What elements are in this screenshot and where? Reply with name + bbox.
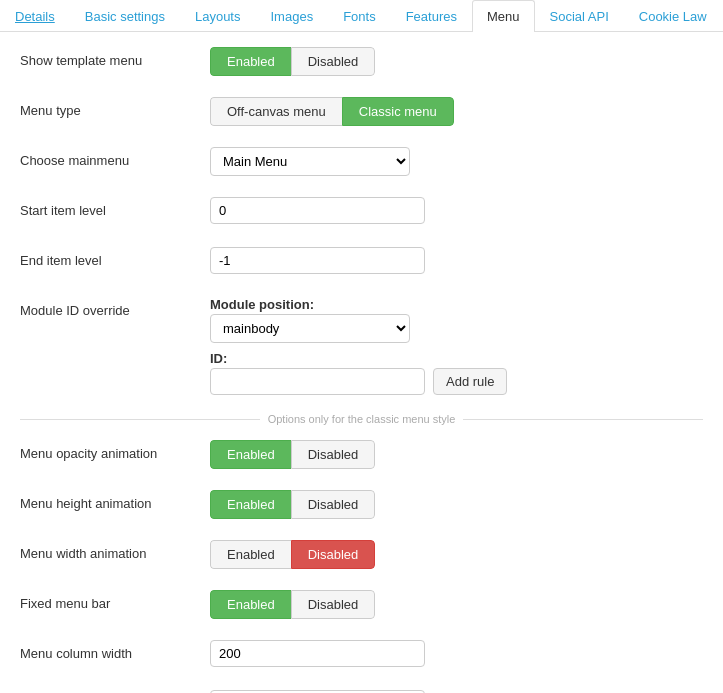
show-template-menu-toggle: Enabled Disabled — [210, 47, 375, 76]
menu-height-animation-label: Menu height animation — [20, 490, 210, 511]
tab-details[interactable]: Details — [0, 0, 70, 32]
tab-fonts[interactable]: Fonts — [328, 0, 391, 32]
choose-mainmenu-control: Main Menu Top Menu User Menu — [210, 147, 703, 176]
menu-type-control: Off-canvas menu Classic menu — [210, 97, 703, 126]
menu-height-disabled[interactable]: Disabled — [291, 490, 376, 519]
menu-height-enabled[interactable]: Enabled — [210, 490, 291, 519]
classic-section-divider: Options only for the classic menu style — [20, 413, 703, 425]
menu-type-classic[interactable]: Classic menu — [342, 97, 454, 126]
fixed-menu-bar-toggle: Enabled Disabled — [210, 590, 375, 619]
menu-type-label: Menu type — [20, 97, 210, 118]
menu-column-width-control — [210, 640, 703, 667]
divider-line-left — [20, 419, 260, 420]
menu-opacity-disabled[interactable]: Disabled — [291, 440, 376, 469]
show-template-menu-disabled[interactable]: Disabled — [291, 47, 376, 76]
end-item-level-row: End item level — [20, 247, 703, 279]
tab-social-api[interactable]: Social API — [535, 0, 624, 32]
menu-height-animation-toggle: Enabled Disabled — [210, 490, 375, 519]
menu-column-width-input[interactable] — [210, 640, 425, 667]
tab-menu[interactable]: Menu — [472, 0, 535, 32]
menu-opacity-animation-control: Enabled Disabled — [210, 440, 703, 469]
choose-mainmenu-row: Choose mainmenu Main Menu Top Menu User … — [20, 147, 703, 179]
module-position-label: Module position: — [210, 297, 507, 312]
choose-mainmenu-label: Choose mainmenu — [20, 147, 210, 168]
fixed-menu-bar-label: Fixed menu bar — [20, 590, 210, 611]
tab-cookie-law[interactable]: Cookie Law — [624, 0, 722, 32]
menu-width-animation-row: Menu width animation Enabled Disabled — [20, 540, 703, 572]
show-template-menu-row: Show template menu Enabled Disabled — [20, 47, 703, 79]
tab-basic-settings[interactable]: Basic settings — [70, 0, 180, 32]
module-position-select[interactable]: mainbody sidebar footer — [210, 314, 410, 343]
start-item-level-row: Start item level — [20, 197, 703, 229]
fixed-menu-bar-control: Enabled Disabled — [210, 590, 703, 619]
end-item-level-label: End item level — [20, 247, 210, 268]
tab-images[interactable]: Images — [256, 0, 329, 32]
menu-height-animation-control: Enabled Disabled — [210, 490, 703, 519]
add-rule-button[interactable]: Add rule — [433, 368, 507, 395]
menu-width-animation-toggle: Enabled Disabled — [210, 540, 375, 569]
divider-line-right — [463, 419, 703, 420]
menu-settings-content: Show template menu Enabled Disabled Menu… — [0, 32, 723, 693]
module-id-block: Module position: mainbody sidebar footer… — [210, 297, 507, 395]
menu-height-animation-row: Menu height animation Enabled Disabled — [20, 490, 703, 522]
id-label: ID: — [210, 351, 507, 366]
start-item-level-label: Start item level — [20, 197, 210, 218]
menu-width-enabled[interactable]: Enabled — [210, 540, 291, 569]
menu-type-toggle: Off-canvas menu Classic menu — [210, 97, 454, 126]
tab-features[interactable]: Features — [391, 0, 472, 32]
menu-column-width-row: Menu column width — [20, 640, 703, 672]
menu-width-animation-label: Menu width animation — [20, 540, 210, 561]
menu-opacity-animation-label: Menu opacity animation — [20, 440, 210, 461]
module-id-override-label: Module ID override — [20, 297, 210, 318]
end-item-level-input[interactable] — [210, 247, 425, 274]
id-input[interactable] — [210, 368, 425, 395]
tab-bar: Details Basic settings Layouts Images Fo… — [0, 0, 723, 32]
show-template-menu-label: Show template menu — [20, 47, 210, 68]
menu-opacity-animation-row: Menu opacity animation Enabled Disabled — [20, 440, 703, 472]
menu-width-disabled[interactable]: Disabled — [291, 540, 376, 569]
menu-type-row: Menu type Off-canvas menu Classic menu — [20, 97, 703, 129]
end-item-level-control — [210, 247, 703, 274]
fixed-menu-bar-row: Fixed menu bar Enabled Disabled — [20, 590, 703, 622]
id-row: Add rule — [210, 368, 507, 395]
module-id-override-control: Module position: mainbody sidebar footer… — [210, 297, 703, 395]
fixed-menu-bar-enabled[interactable]: Enabled — [210, 590, 291, 619]
show-template-menu-enabled[interactable]: Enabled — [210, 47, 291, 76]
module-id-override-row: Module ID override Module position: main… — [20, 297, 703, 395]
show-template-menu-control: Enabled Disabled — [210, 47, 703, 76]
menu-width-animation-control: Enabled Disabled — [210, 540, 703, 569]
menu-column-width-label: Menu column width — [20, 640, 210, 661]
choose-mainmenu-select[interactable]: Main Menu Top Menu User Menu — [210, 147, 410, 176]
classic-section-label: Options only for the classic menu style — [268, 413, 456, 425]
fixed-menu-bar-disabled[interactable]: Disabled — [291, 590, 376, 619]
menu-opacity-animation-toggle: Enabled Disabled — [210, 440, 375, 469]
tab-layouts[interactable]: Layouts — [180, 0, 256, 32]
start-item-level-input[interactable] — [210, 197, 425, 224]
menu-opacity-enabled[interactable]: Enabled — [210, 440, 291, 469]
start-item-level-control — [210, 197, 703, 224]
menu-type-offcanvas[interactable]: Off-canvas menu — [210, 97, 342, 126]
